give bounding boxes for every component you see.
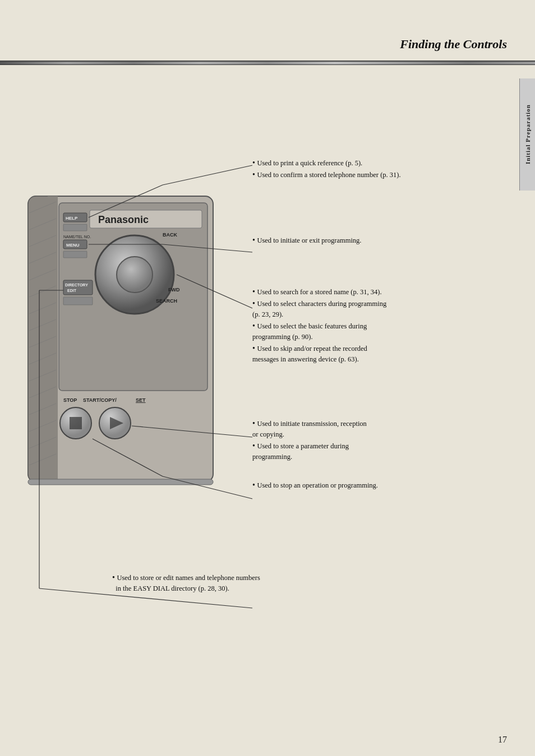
- svg-point-30: [117, 257, 153, 293]
- help-note-1: Used to print a quick reference (p. 5).: [252, 157, 505, 169]
- search-note-1: Used to search for a stored name (p. 31,…: [252, 286, 505, 298]
- start-copy-annotation: Used to initiate transmission, reception…: [252, 418, 505, 462]
- svg-text:EDIT: EDIT: [67, 289, 77, 293]
- search-note-3: Used to select the basic features during…: [252, 320, 505, 342]
- svg-line-47: [163, 165, 252, 185]
- svg-rect-28: [63, 251, 87, 258]
- svg-text:START/COPY/: START/COPY/: [83, 397, 117, 403]
- page-number: 17: [498, 735, 507, 745]
- menu-annotation: Used to initiate or exit programming.: [252, 234, 488, 246]
- svg-text:NAME/TEL NO.: NAME/TEL NO.: [63, 235, 91, 239]
- help-note-2: Used to confirm a stored telephone numbe…: [252, 169, 505, 180]
- start-copy-note-2: Used to store a parameter duringprogramm…: [252, 440, 505, 462]
- page-title: Finding the Controls: [400, 37, 507, 52]
- svg-text:HELP: HELP: [66, 216, 78, 221]
- svg-text:BACK: BACK: [163, 232, 177, 238]
- svg-text:FWD: FWD: [168, 287, 180, 293]
- svg-rect-34: [63, 280, 93, 295]
- svg-marker-42: [70, 417, 82, 429]
- dir-edit-note-1: Used to store or edit names and telephon…: [112, 572, 477, 594]
- search-note-2: Used to select characters during program…: [252, 298, 505, 320]
- search-note-4: Used to skip and/or repeat the recordedm…: [252, 342, 505, 365]
- dir-edit-annotation: Used to store or edit names and telephon…: [112, 572, 477, 594]
- svg-text:STOP: STOP: [63, 397, 77, 403]
- page: Finding the Controls Initial Preparation: [0, 0, 535, 756]
- stop-note-1: Used to stop an operation or programming…: [252, 479, 505, 491]
- svg-rect-24: [63, 224, 87, 231]
- start-copy-note-1: Used to initiate transmission, reception…: [252, 418, 505, 440]
- svg-text:DIRECTORY: DIRECTORY: [65, 283, 88, 287]
- svg-text:SEARCH: SEARCH: [156, 298, 177, 304]
- stop-annotation: Used to stop an operation or programming…: [252, 479, 505, 491]
- svg-text:MENU: MENU: [66, 243, 80, 248]
- svg-text:Panasonic: Panasonic: [98, 214, 149, 225]
- help-annotation: Used to print a quick reference (p. 5). …: [252, 157, 505, 180]
- svg-rect-37: [63, 297, 93, 305]
- svg-text:SET: SET: [136, 397, 146, 403]
- search-annotation: Used to search for a stored name (p. 31,…: [252, 286, 505, 364]
- menu-note-1: Used to initiate or exit programming.: [252, 234, 488, 246]
